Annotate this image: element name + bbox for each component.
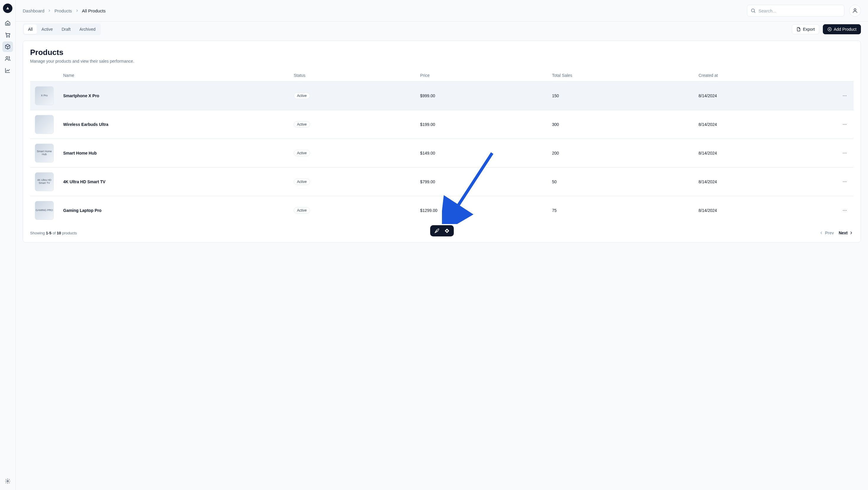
home-icon xyxy=(5,20,11,26)
user-icon xyxy=(852,8,858,13)
svg-point-0 xyxy=(6,36,7,37)
card-footer: Showing 1-5 of 10 products Pre xyxy=(30,231,854,235)
col-name: Name xyxy=(58,69,289,82)
tab-active[interactable]: Active xyxy=(37,25,57,34)
col-created: Created at xyxy=(694,69,836,82)
breadcrumb-current: All Products xyxy=(82,8,106,13)
tab-all[interactable]: All xyxy=(24,25,37,34)
pagination-summary: Showing 1-5 of 10 products xyxy=(30,231,77,235)
feather-icon xyxy=(434,228,440,234)
logo[interactable] xyxy=(3,4,12,13)
row-menu-button[interactable]: ⋯ xyxy=(843,179,847,184)
tab-draft[interactable]: Draft xyxy=(58,25,75,34)
col-price: Price xyxy=(415,69,547,82)
nav-settings[interactable] xyxy=(2,476,13,486)
product-price: $1299.00 xyxy=(415,196,547,225)
product-price: $799.00 xyxy=(415,168,547,196)
col-sales: Total Sales xyxy=(547,69,694,82)
status-badge: Active xyxy=(294,178,310,185)
add-product-button[interactable]: Add Product xyxy=(823,24,861,34)
product-name: Wireless Earbuds Ultra xyxy=(63,122,108,127)
col-image xyxy=(30,69,58,82)
pager: Prev Next xyxy=(819,231,854,235)
product-name: Gaming Laptop Pro xyxy=(63,208,101,213)
product-thumb: X Pro xyxy=(35,86,54,105)
svg-point-4 xyxy=(751,9,755,12)
products-table: Name Status Price Total Sales Created at… xyxy=(30,69,854,225)
product-price: $999.00 xyxy=(415,82,547,110)
table-row[interactable]: 4K Ultra HD Smart TV 4K Ultra HD Smart T… xyxy=(30,168,854,196)
table-row[interactable]: GAMING PRO Gaming Laptop Pro Active $129… xyxy=(30,196,854,225)
table-row[interactable]: Smart Home Hub Smart Home Hub Active $14… xyxy=(30,139,854,168)
prev-button[interactable]: Prev xyxy=(819,231,834,235)
status-badge: Active xyxy=(294,207,310,214)
chevron-right-icon xyxy=(849,231,854,235)
breadcrumb-products[interactable]: Products xyxy=(54,8,72,13)
package-icon xyxy=(5,44,11,50)
product-thumb: 4K Ultra HD Smart TV xyxy=(35,172,54,191)
product-sales: 75 xyxy=(547,196,694,225)
svg-point-1 xyxy=(9,36,10,37)
product-thumb: Smart Home Hub xyxy=(35,144,54,163)
toolbar-tag[interactable] xyxy=(444,228,450,234)
table-row[interactable]: X Pro Smartphone X Pro Active $999.00 15… xyxy=(30,82,854,110)
chevron-right-icon xyxy=(75,8,79,13)
status-tabs: All Active Draft Archived xyxy=(23,23,101,35)
product-name: Smartphone X Pro xyxy=(63,93,99,98)
product-created: 8/14/2024 xyxy=(694,139,836,168)
search-wrap xyxy=(747,5,844,17)
file-icon xyxy=(796,27,801,32)
search-input[interactable] xyxy=(747,5,844,17)
topbar: Dashboard Products All Products xyxy=(16,0,868,22)
product-sales: 50 xyxy=(547,168,694,196)
status-badge: Active xyxy=(294,92,310,99)
product-sales: 200 xyxy=(547,139,694,168)
nav-products[interactable] xyxy=(2,41,13,52)
col-actions xyxy=(836,69,854,82)
row-menu-button[interactable]: ⋯ xyxy=(843,151,847,155)
table-row[interactable]: Wireless Earbuds Ultra Active $199.00 30… xyxy=(30,110,854,139)
logo-triangle-icon xyxy=(6,6,10,10)
chart-icon xyxy=(5,67,11,73)
status-badge: Active xyxy=(294,121,310,128)
diamond-icon xyxy=(444,228,450,234)
svg-point-2 xyxy=(6,56,8,59)
nav-orders[interactable] xyxy=(2,30,13,40)
cart-icon xyxy=(5,32,11,38)
products-card: Products Manage your products and view t… xyxy=(23,40,861,242)
add-product-label: Add Product xyxy=(834,27,857,32)
row-menu-button[interactable]: ⋯ xyxy=(843,93,847,98)
next-button[interactable]: Next xyxy=(839,231,854,235)
svg-point-5 xyxy=(854,8,856,11)
product-name: 4K Ultra HD Smart TV xyxy=(63,179,105,184)
col-status: Status xyxy=(289,69,415,82)
product-sales: 150 xyxy=(547,82,694,110)
nav-analytics[interactable] xyxy=(2,65,13,76)
product-thumb: GAMING PRO xyxy=(35,201,54,220)
breadcrumb-dashboard[interactable]: Dashboard xyxy=(23,8,44,13)
product-created: 8/14/2024 xyxy=(694,196,836,225)
row-menu-button[interactable]: ⋯ xyxy=(843,122,847,127)
account-button[interactable] xyxy=(849,5,861,17)
product-price: $149.00 xyxy=(415,139,547,168)
page-subtitle: Manage your products and view their sale… xyxy=(30,59,854,63)
page-title: Products xyxy=(30,48,854,57)
product-price: $199.00 xyxy=(415,110,547,139)
users-icon xyxy=(5,56,11,61)
sidebar xyxy=(0,0,16,490)
chevron-left-icon xyxy=(819,231,824,235)
nav-home[interactable] xyxy=(2,18,13,28)
product-sales: 300 xyxy=(547,110,694,139)
actionbar: All Active Draft Archived Export Add Pro… xyxy=(16,22,868,37)
product-created: 8/14/2024 xyxy=(694,82,836,110)
tab-archived[interactable]: Archived xyxy=(75,25,99,34)
product-created: 8/14/2024 xyxy=(694,110,836,139)
search-icon xyxy=(750,8,756,13)
export-button[interactable]: Export xyxy=(792,24,819,34)
product-thumb xyxy=(35,115,54,134)
status-badge: Active xyxy=(294,150,310,156)
toolbar-edit[interactable] xyxy=(434,228,440,234)
plus-circle-icon xyxy=(827,27,832,32)
nav-customers[interactable] xyxy=(2,53,13,64)
row-menu-button[interactable]: ⋯ xyxy=(843,208,847,213)
